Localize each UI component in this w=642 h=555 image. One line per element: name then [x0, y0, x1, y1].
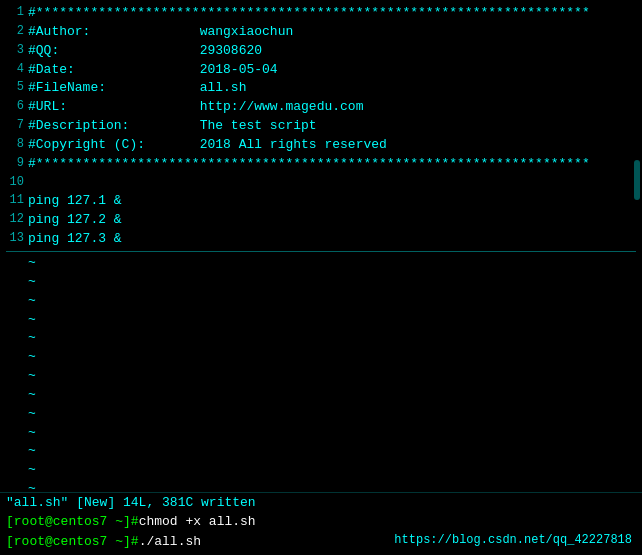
- editor-divider: [6, 251, 636, 252]
- tilde-line-23: ~: [6, 424, 636, 443]
- status-bar: "all.sh" [New] 14L, 381C written: [0, 492, 642, 512]
- line-stars-bottom: 9 #*************************************…: [6, 155, 636, 174]
- terminal-window: 1 #*************************************…: [0, 0, 642, 555]
- editor-area[interactable]: 1 #*************************************…: [0, 0, 642, 492]
- tilde-line-20: ~: [6, 367, 636, 386]
- tilde-line-16: ~: [6, 292, 636, 311]
- line-ping3: 13 ping 127.3 &: [6, 230, 636, 249]
- cmd-line-1: [root@centos7 ~]# chmod +x all.sh: [6, 512, 636, 532]
- cmd-run: ./all.sh: [139, 532, 201, 552]
- tilde-line-25: ~: [6, 461, 636, 480]
- tilde-line-17: ~: [6, 311, 636, 330]
- prompt-2: [root@centos7 ~]#: [6, 532, 139, 552]
- tilde-line-19: ~: [6, 348, 636, 367]
- tilde-line-24: ~: [6, 442, 636, 461]
- line-description: 7 #Description: The test script: [6, 117, 636, 136]
- watermark-url: https://blog.csdn.net/qq_42227818: [394, 533, 632, 547]
- cmd-chmod: chmod +x all.sh: [139, 512, 256, 532]
- status-text: "all.sh" [New] 14L, 381C written: [6, 495, 256, 510]
- scrollbar[interactable]: [634, 160, 640, 200]
- line-stars-top: 1 #*************************************…: [6, 4, 636, 23]
- line-filename: 5 #FileName: all.sh: [6, 79, 636, 98]
- line-url: 6 #URL: http://www.magedu.com: [6, 98, 636, 117]
- line-ping2: 12 ping 127.2 &: [6, 211, 636, 230]
- line-date: 4 #Date: 2018-05-04: [6, 61, 636, 80]
- tilde-line-18: ~: [6, 329, 636, 348]
- tilde-line-22: ~: [6, 405, 636, 424]
- tilde-line-14: ~: [6, 254, 636, 273]
- tilde-line-15: ~: [6, 273, 636, 292]
- line-author: 2 #Author: wangxiaochun: [6, 23, 636, 42]
- line-copyright: 8 #Copyright (C): 2018 All rights reserv…: [6, 136, 636, 155]
- line-qq: 3 #QQ: 29308620: [6, 42, 636, 61]
- tilde-line-26: ~: [6, 480, 636, 492]
- tilde-line-21: ~: [6, 386, 636, 405]
- line-ping1: 11 ping 127.1 &: [6, 192, 636, 211]
- line-empty: 10: [6, 174, 636, 193]
- prompt-1: [root@centos7 ~]#: [6, 512, 139, 532]
